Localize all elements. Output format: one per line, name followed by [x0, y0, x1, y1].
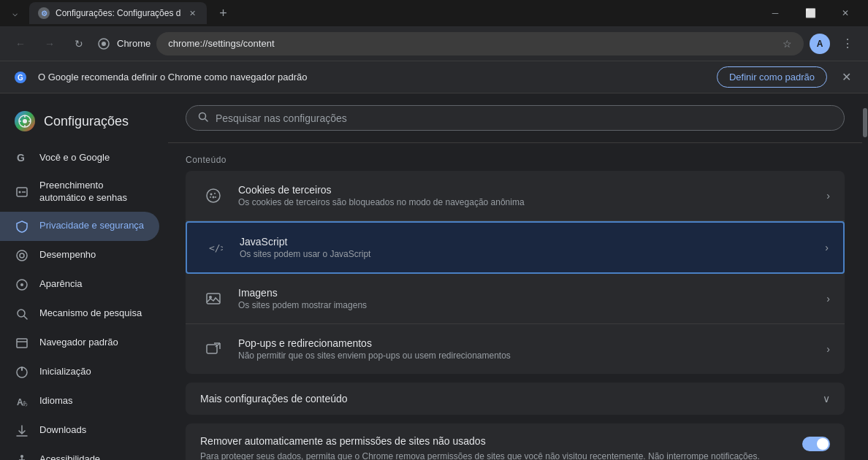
sidebar-item-inicializacao[interactable]: Inicialização — [0, 358, 159, 387]
notification-close-button[interactable]: ✕ — [836, 67, 856, 88]
svg-point-37 — [214, 193, 216, 194]
chrome-brand-label: Chrome — [117, 38, 151, 49]
idiomas-icon: A あ — [15, 394, 29, 409]
sidebar-item-acessibilidade[interactable]: Acessibilidade — [0, 445, 159, 460]
tab-favicon: ⚙ — [38, 7, 50, 19]
svg-point-36 — [210, 193, 213, 196]
nav-back-button[interactable]: ← — [9, 32, 32, 55]
svg-text:G: G — [18, 74, 23, 82]
downloads-icon — [15, 423, 29, 438]
avatar-button[interactable]: A — [810, 34, 830, 54]
chrome-menu-button[interactable]: ⋮ — [836, 32, 859, 55]
cookies-subtitle: Os cookies de terceiros são bloqueados n… — [238, 197, 815, 207]
maximize-button[interactable]: ⬜ — [793, 0, 827, 26]
toggle-title: Remover automaticamente as permissões de… — [200, 435, 791, 447]
sidebar-item-preenchimento[interactable]: Preenchimento automático e senhas — [0, 172, 159, 212]
toggle-switch-permissions[interactable] — [802, 437, 830, 451]
settings-row-cookies[interactable]: Cookies de terceiros Os cookies de terce… — [186, 171, 845, 221]
search-icon — [198, 112, 208, 124]
content-inner: Conteúdo Cook — [168, 143, 862, 460]
nav-forward-button[interactable]: → — [38, 32, 61, 55]
mais-configuracoes-section[interactable]: Mais configurações de conteúdo ∨ — [186, 383, 845, 415]
mais-configuracoes-title: Mais configurações de conteúdo — [200, 393, 823, 405]
toggle-text: Remover automaticamente as permissões de… — [200, 435, 791, 460]
sidebar-item-navegador[interactable]: Navegador padrão — [0, 329, 159, 358]
popups-subtitle: Não permitir que os sites enviem pop-ups… — [238, 350, 815, 361]
sidebar-item-privacidade[interactable]: Privacidade e segurança — [0, 212, 159, 241]
nav-refresh-button[interactable]: ↻ — [67, 32, 91, 55]
sidebar-label-navegador: Navegador padrão — [39, 337, 118, 349]
privacidade-icon — [15, 219, 29, 234]
settings-row-javascript[interactable]: </> JavaScript Os sites podem usar o Jav… — [186, 221, 845, 274]
set-default-button[interactable]: Definir como padrão — [717, 66, 827, 88]
sidebar-item-downloads[interactable]: Downloads — [0, 416, 159, 445]
settings-card-content: Cookies de terceiros Os cookies de terce… — [186, 171, 845, 374]
popups-icon — [200, 336, 226, 362]
settings-row-popups[interactable]: Pop-ups e redirecionamentos Não permitir… — [186, 324, 845, 374]
sidebar-item-aparencia[interactable]: Aparência — [0, 270, 159, 299]
titlebar-left: ⌵ — [6, 4, 23, 22]
svg-line-19 — [24, 316, 27, 319]
acessibilidade-icon — [15, 453, 29, 460]
window-controls: ─ ⬜ ✕ — [758, 0, 862, 26]
javascript-title: JavaScript — [240, 236, 813, 248]
active-tab[interactable]: ⚙ Configurações: Configurações d ✕ — [29, 2, 207, 24]
google-icon: G — [12, 69, 29, 86]
notification-bar: G O Google recomenda definir o Chrome co… — [0, 61, 868, 93]
popups-chevron: › — [826, 343, 830, 355]
imagens-icon — [200, 285, 226, 312]
sidebar-label-aparencia: Aparência — [39, 278, 83, 291]
svg-rect-44 — [207, 345, 217, 353]
sidebar-label-desempenho: Desempenho — [39, 249, 96, 261]
url-text: chrome://settings/content — [168, 38, 274, 49]
main-layout: Configurações G Você e o Google Preenchi… — [0, 93, 868, 460]
sidebar-item-mecanismo[interactable]: Mecanismo de pesquisa — [0, 299, 159, 329]
svg-point-28 — [20, 455, 23, 458]
cookies-text: Cookies de terceiros Os cookies de terce… — [238, 184, 815, 207]
tab-list-button[interactable]: ⌵ — [6, 4, 23, 22]
notification-text: O Google recomenda definir o Chrome como… — [38, 72, 708, 83]
imagens-title: Imagens — [238, 287, 815, 299]
svg-point-5 — [23, 119, 27, 123]
javascript-chevron: › — [825, 242, 829, 253]
sidebar-label-downloads: Downloads — [39, 424, 86, 437]
popups-title: Pop-ups e redirecionamentos — [238, 337, 815, 349]
cookies-chevron: › — [826, 190, 830, 202]
settings-logo — [15, 111, 35, 131]
imagens-chevron: › — [826, 293, 830, 304]
search-bar[interactable] — [186, 105, 845, 131]
sidebar-item-desempenho[interactable]: Desempenho — [0, 241, 159, 270]
sidebar-label-acessibilidade: Acessibilidade — [39, 453, 100, 460]
sidebar-label-voce-google: Você e o Google — [39, 152, 110, 164]
cookies-icon — [200, 183, 226, 209]
svg-point-17 — [20, 283, 23, 286]
svg-text:G: G — [17, 152, 25, 164]
sidebar-title: Configurações — [44, 114, 129, 129]
tab-close-button[interactable]: ✕ — [186, 7, 198, 19]
minimize-button[interactable]: ─ — [758, 0, 792, 26]
url-bar[interactable]: chrome://settings/content ☆ — [156, 32, 804, 55]
sidebar-label-mecanismo: Mecanismo de pesquisa — [39, 307, 142, 320]
sidebar-item-voce-google[interactable]: G Você e o Google — [0, 143, 159, 172]
close-button[interactable]: ✕ — [829, 0, 862, 26]
javascript-subtitle: Os sites podem usar o JavaScript — [240, 249, 813, 259]
settings-row-imagens[interactable]: Imagens Os sites podem mostrar imagens › — [186, 274, 845, 324]
toggle-subtitle: Para proteger seus dados, permita que o … — [200, 450, 791, 460]
search-container — [168, 93, 862, 143]
addressbar: ← → ↻ Chrome chrome://settings/content ☆… — [0, 26, 868, 61]
mecanismo-icon — [15, 307, 29, 321]
new-tab-button[interactable]: + — [213, 3, 233, 23]
tab-title: Configurações: Configurações d — [56, 8, 180, 18]
svg-point-12 — [19, 191, 21, 193]
imagens-text: Imagens Os sites podem mostrar imagens — [238, 287, 815, 310]
section-label-conteudo: Conteúdo — [186, 143, 845, 171]
sidebar: Configurações G Você e o Google Preenchi… — [0, 93, 168, 460]
bookmark-button[interactable]: ☆ — [783, 38, 792, 50]
cookies-title: Cookies de terceiros — [238, 184, 815, 196]
search-input[interactable] — [216, 112, 832, 124]
preenchimento-icon — [15, 185, 29, 199]
toggle-row-permissions: Remover automaticamente as permissões de… — [186, 423, 845, 460]
sidebar-item-idiomas[interactable]: A あ Idiomas — [0, 387, 159, 416]
popups-text: Pop-ups e redirecionamentos Não permitir… — [238, 337, 815, 361]
svg-point-38 — [213, 196, 215, 199]
